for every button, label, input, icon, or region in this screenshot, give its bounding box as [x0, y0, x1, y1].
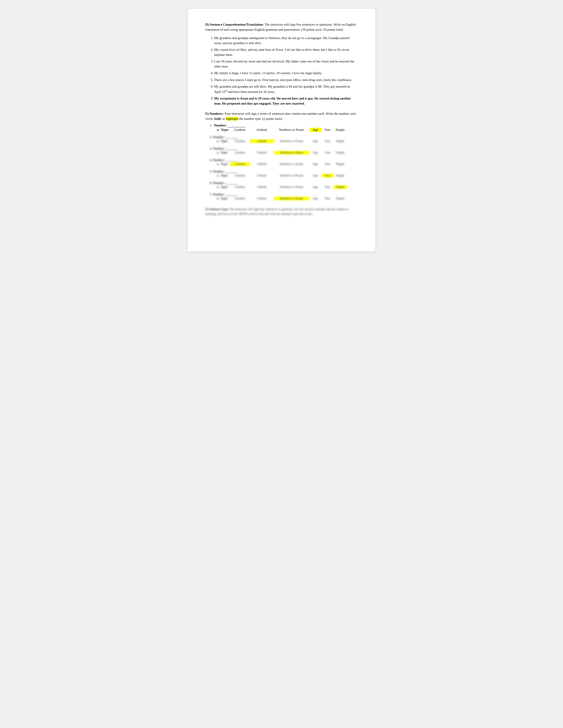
blurred-nouns-2: Numbers as Nouns: [274, 139, 309, 143]
section-e-after: the number type. (2 points each).: [238, 117, 283, 120]
blurred-type-label-4: a. Type:: [217, 162, 229, 166]
blurred-ordinal-2: Ordinal: [250, 139, 274, 143]
section-e: E) Numbers: Your instructor will sign a …: [205, 111, 358, 200]
blurred-num-4: 4. Number: ________: [210, 158, 358, 162]
number-item-7: 7. Number: ________ a. Type: Cardinal Or…: [205, 193, 358, 200]
blurred-type-row-5: a. Type: Cardinal Ordinal Numbers as Nou…: [217, 174, 358, 177]
blurred-options-7: Cardinal Ordinal Numbers as Nouns Age Ye…: [230, 197, 347, 200]
number-blank-1: [227, 127, 245, 127]
blurred-type-row-4: a. Type: Cardinal Ordinal Numbers as Nou…: [217, 162, 358, 166]
blurred-ordinal-5: Ordinal: [250, 174, 274, 177]
blurred-type-label-2: a. Type:: [217, 139, 229, 143]
number-label-1: 1. Number:: [210, 124, 245, 127]
section-d: D) Sentence Comprehension/Translation: T…: [205, 22, 358, 106]
number-item-3: 3. Number: ________ a. Type: Cardinal Or…: [205, 147, 358, 154]
list-item: My grandma and grandpa immigrated to Ame…: [214, 36, 358, 45]
blurred-height-3: Height: [334, 151, 347, 154]
blurred-ordinal-7: Ordinal: [250, 197, 274, 200]
blurred-options-6: Cardinal Ordinal Numbers as Nouns Age Ye…: [230, 185, 347, 189]
section-e-highlight-word: highlight: [226, 117, 238, 120]
section-e-intro: E) Numbers: Your instructor will sign a …: [205, 111, 358, 121]
blurred-age-6: Age: [309, 185, 322, 189]
blurred-age-7: Age: [309, 197, 322, 200]
blurred-num-2: 2. Number: ________: [210, 135, 358, 139]
type-cardinal: Cardinal: [230, 128, 250, 132]
blurred-year-4: Year: [322, 162, 334, 166]
list-item: My family is huge. I have 12 aunts, 13 u…: [214, 71, 358, 76]
blurred-options-4: Cardinal Ordinal Numbers as Nouns Age Ye…: [230, 162, 347, 166]
blurred-num-5: 5. Number: ________: [210, 170, 358, 173]
blurred-height-7: Height: [334, 197, 347, 200]
section-e-heading: E) Numbers:: [205, 112, 224, 115]
blurred-type-label-5: a. Type:: [217, 174, 229, 177]
blurred-cardinal-3: Cardinal: [230, 151, 250, 154]
type-nouns: Numbers as Nouns: [274, 128, 309, 132]
blurred-num-6: 6. Number: ________: [210, 181, 358, 185]
section-f-text: F) Sentence Type: The instructor will si…: [205, 207, 358, 216]
blurred-cardinal-4: Cardinal: [230, 162, 250, 166]
list-item: My cousin lives in Ohio, and my aunt liv…: [214, 47, 358, 57]
blurred-options-3: Cardinal Ordinal Numbers as Nouns Age Ye…: [230, 151, 347, 154]
number-item-2: 2. Number: ________ a. Type: Cardinal Or…: [205, 135, 358, 143]
blurred-type-row-2: a. Type: Cardinal Ordinal Numbers as Nou…: [217, 139, 358, 143]
type-height: Height: [334, 128, 347, 132]
blurred-year-5: Year: [322, 174, 334, 177]
number-item-5: 5. Number: ________ a. Type: Cardinal Or…: [205, 170, 358, 177]
section-f-heading: F) Sentence Type:: [205, 208, 229, 211]
item7-text: My receptionist is Asian and is 29 years…: [214, 97, 351, 105]
blurred-height-6: Height: [334, 185, 347, 189]
blurred-age-4: Age: [309, 162, 322, 166]
blurred-nouns-7: Numbers as Nouns: [274, 197, 309, 200]
type-age: Age: [309, 128, 322, 132]
section-f: F) Sentence Type: The instructor will si…: [205, 207, 358, 216]
item6-text-after: and have been married for 26 years.: [227, 90, 275, 94]
list-item: I am 10 years old and my mom and dad are…: [214, 59, 358, 69]
blurred-ordinal-4: Ordinal: [250, 162, 274, 166]
type-options-1: Cardinal Ordinal Numbers as Nouns Age Ye…: [230, 128, 358, 132]
type-label-1: a. Type:: [217, 128, 230, 132]
type-row-1: a. Type: Cardinal Ordinal Numbers as Nou…: [217, 128, 358, 132]
blurred-cardinal-5: Cardinal: [230, 174, 250, 177]
blurred-height-4: Height: [334, 162, 347, 166]
blurred-age-5: Age: [309, 174, 322, 177]
type-ordinal: Ordinal: [250, 128, 274, 132]
blurred-options-2: Cardinal Ordinal Numbers as Nouns Age Ye…: [230, 139, 347, 143]
blurred-ordinal-3: Ordinal: [250, 151, 274, 154]
list-item: There are a few places I must go to. Fir…: [214, 77, 358, 83]
section-e-bold: bold: [214, 117, 220, 120]
number-item-4: 4. Number: ________ a. Type: Cardinal Or…: [205, 158, 358, 166]
list-item: My grandma and grandpa are still alive. …: [214, 84, 358, 94]
blurred-nouns-6: Numbers as Nouns: [274, 185, 309, 189]
number-item-6: 6. Number: ________ a. Type: Cardinal Or…: [205, 181, 358, 189]
number-line-1: 1. Number:: [210, 123, 358, 127]
blurred-year-3: Year: [322, 151, 334, 154]
blurred-age-3: Age: [309, 151, 322, 154]
section-e-circle: circle,: [205, 117, 214, 120]
blurred-cardinal-2: Cardinal: [230, 139, 250, 143]
blurred-height-5: Height: [334, 174, 347, 177]
blurred-cardinal-7: Cardinal: [230, 197, 250, 200]
blurred-options-5: Cardinal Ordinal Numbers as Nouns Age Ye…: [230, 174, 347, 177]
list-item: My receptionist is Asian and is 29 years…: [214, 96, 358, 106]
section-d-heading: D) Sentence Comprehension/Translation:: [205, 23, 263, 26]
blurred-num-3: 3. Number: ________: [210, 147, 358, 150]
section-d-intro: D) Sentence Comprehension/Translation: T…: [205, 22, 358, 32]
blurred-nouns-5: Numbers as Nouns: [274, 174, 309, 177]
blurred-year-7: Year: [322, 197, 334, 200]
blurred-year-6: Year: [322, 185, 334, 189]
blurred-type-label-7: a. Type:: [217, 197, 229, 200]
blurred-nouns-3: Numbers as Nouns: [274, 151, 309, 154]
section-e-and: and: [351, 112, 356, 115]
blurred-age-2: Age: [309, 139, 322, 143]
blurred-type-row-3: a. Type: Cardinal Ordinal Numbers as Nou…: [217, 151, 358, 154]
blurred-type-label-3: a. Type:: [217, 151, 229, 154]
type-year: Year: [322, 128, 334, 132]
blurred-type-row-7: a. Type: Cardinal Ordinal Numbers as Nou…: [217, 197, 358, 200]
section-e-intro-before: Your instructor will sign a series of se…: [224, 112, 351, 115]
blurred-nouns-4: Numbers as Nouns: [274, 162, 309, 166]
number-item-1: 1. Number: a. Type: Cardinal Ordinal Num…: [205, 123, 358, 132]
blurred-type-row-6: a. Type: Cardinal Ordinal Numbers as Nou…: [217, 185, 358, 189]
section-e-or: , or: [220, 117, 226, 120]
section-d-list: My grandma and grandpa immigrated to Ame…: [214, 36, 358, 106]
blurred-type-label-6: a. Type:: [217, 185, 229, 189]
